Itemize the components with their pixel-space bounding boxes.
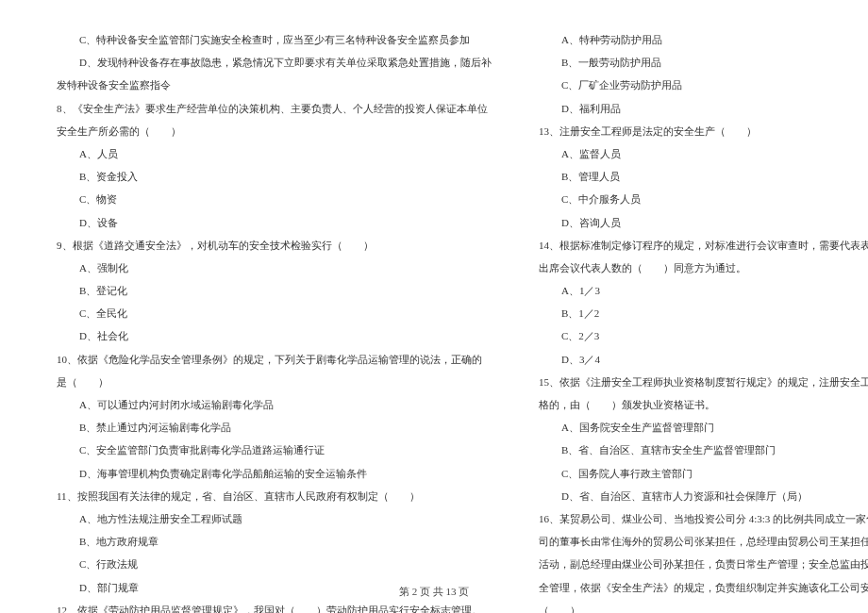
q16-stem-line1: 16、某贸易公司、煤业公司、当地投资公司分 4:3:3 的比例共同成立一家化工公… [539, 507, 868, 530]
q12-opt-c: C、厂矿企业劳动防护用品 [539, 74, 868, 96]
q12-opt-b: B、一般劳动防护用品 [539, 51, 868, 74]
q11-stem: 11、按照我国有关法律的规定，省、自治区、直辖市人民政府有权制定（ ） [57, 485, 492, 507]
q8-opt-d: D、设备 [57, 211, 492, 234]
q13-opt-b: B、管理人员 [539, 165, 868, 188]
q16-stem-line5: （ ） [539, 599, 868, 613]
q10-opt-d: D、海事管理机构负责确定剧毒化学品船舶运输的安全运输条件 [57, 462, 492, 485]
q13-opt-d: D、咨询人员 [539, 211, 868, 234]
q14-opt-c: C、2／3 [539, 324, 868, 347]
q8-opt-a: A、人员 [57, 142, 492, 165]
q13-opt-c: C、中介服务人员 [539, 188, 868, 210]
q15-opt-a: A、国务院安全生产监督管理部门 [539, 416, 868, 439]
q11-opt-a: A、地方性法规注册安全工程师试题 [57, 507, 492, 530]
q8-opt-b: B、资金投入 [57, 165, 492, 188]
q15-opt-d: D、省、自治区、直辖市人力资源和社会保障厅（局） [539, 485, 868, 507]
q12-opt-a: A、特种劳动防护用品 [539, 28, 868, 51]
q14-stem-line1: 14、根据标准制定修订程序的规定，对标准进行会议审查时，需要代表表决的，必须由不… [539, 234, 868, 257]
q15-opt-c: C、国务院人事行政主管部门 [539, 462, 868, 485]
q10-opt-c: C、安全监管部门负责审批剧毒化学品道路运输通行证 [57, 439, 492, 461]
q9-opt-a: A、强制化 [57, 257, 492, 279]
q14-opt-b: B、1／2 [539, 302, 868, 324]
q11-opt-b: B、地方政府规章 [57, 530, 492, 553]
q15-stem-line1: 15、依据《注册安全工程师执业资格制度暂行规定》的规定，注册安全工程师执业资格考… [539, 371, 868, 393]
q14-opt-a: A、1／3 [539, 279, 868, 302]
q14-opt-d: D、3／4 [539, 348, 868, 371]
q9-stem: 9、根据《道路交通安全法》，对机动车的安全技术检验实行（ ） [57, 234, 492, 257]
exam-page: C、特种设备安全监管部门实施安全检查时，应当至少有三名特种设备安全监察员参加 D… [0, 0, 868, 613]
right-column: A、特种劳动防护用品 B、一般劳动防护用品 C、厂矿企业劳动防护用品 D、福利用… [515, 28, 868, 613]
q11-opt-c: C、行政法规 [57, 553, 492, 575]
q10-stem-line2: 是（ ） [57, 371, 492, 393]
q15-stem-line2: 格的，由（ ）颁发执业资格证书。 [539, 393, 868, 416]
q10-opt-b: B、禁止通过内河运输剧毒化学品 [57, 416, 492, 439]
q12-opt-d: D、福利用品 [539, 97, 868, 120]
left-column: C、特种设备安全监管部门实施安全检查时，应当至少有三名特种设备安全监察员参加 D… [47, 28, 515, 613]
q9-opt-b: B、登记化 [57, 279, 492, 302]
q16-stem-line3: 活动，副总经理由煤业公司孙某担任，负责日常生产管理；安全总监由投资赵某担任，负责… [539, 553, 868, 575]
q10-opt-a: A、可以通过内河封闭水域运输剧毒化学品 [57, 393, 492, 416]
q8-stem-line1: 8、《安全生产法》要求生产经营单位的决策机构、主要负责人、个人经营的投资人保证本… [57, 97, 492, 120]
q8-opt-c: C、物资 [57, 188, 492, 210]
page-footer: 第 2 页 共 13 页 [0, 585, 868, 599]
q7-opt-d-line2: 发特种设备安全监察指令 [57, 74, 492, 96]
q9-opt-d: D、社会化 [57, 324, 492, 347]
q10-stem-line1: 10、依据《危险化学品安全管理条例》的规定，下列关于剧毒化学品运输管理的说法，正… [57, 348, 492, 371]
q7-opt-c: C、特种设备安全监管部门实施安全检查时，应当至少有三名特种设备安全监察员参加 [57, 28, 492, 51]
q16-stem-line2: 司的董事长由常住海外的贸易公司张某担任，总经理由贸易公司王某担任，全面负责生产经… [539, 530, 868, 553]
q15-opt-b: B、省、自治区、直辖市安全生产监督管理部门 [539, 439, 868, 461]
q13-opt-a: A、监督人员 [539, 142, 868, 165]
q7-opt-d-line1: D、发现特种设备存在事故隐患，紧急情况下立即要求有关单位采取紧急处置措施，随后补 [57, 51, 492, 74]
q9-opt-c: C、全民化 [57, 302, 492, 324]
q8-stem-line2: 安全生产所必需的（ ） [57, 120, 492, 142]
q13-stem: 13、注册安全工程师是法定的安全生产（ ） [539, 120, 868, 142]
q12-stem: 12、依据《劳动防护用品监督管理规定》，我国对（ ）劳动防护用品实行安全标志管理… [57, 599, 492, 613]
q14-stem-line2: 出席会议代表人数的（ ）同意方为通过。 [539, 257, 868, 279]
